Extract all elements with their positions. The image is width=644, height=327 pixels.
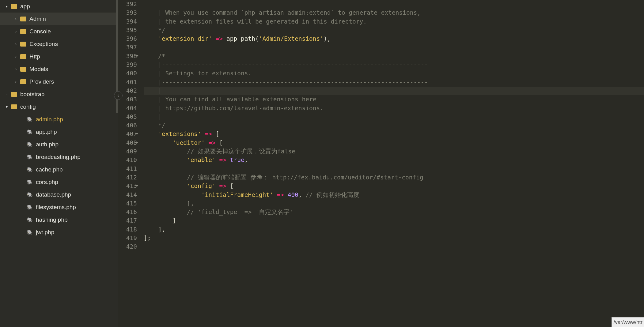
line-number[interactable]: 392 (118, 0, 137, 9)
code-line[interactable] (144, 43, 644, 52)
tree-item-label: Exceptions (29, 41, 58, 47)
tree-item-Providers[interactable]: ›Providers (0, 75, 118, 88)
tree-item-Console[interactable]: ›Console (0, 25, 118, 38)
code-line[interactable]: 'enable' => true, (144, 156, 644, 164)
line-number[interactable]: 396 (118, 35, 137, 43)
code-line[interactable] (144, 0, 644, 9)
code-line[interactable]: */ (144, 26, 644, 35)
line-number[interactable]: 400 (118, 69, 137, 78)
line-number[interactable]: 414 (118, 191, 137, 199)
line-number[interactable]: 418 (118, 225, 137, 234)
tree-item-cache-php[interactable]: ·cache.php (0, 163, 118, 176)
tree-item-config[interactable]: ▾config (0, 100, 118, 113)
line-number[interactable]: 420 (118, 242, 137, 251)
code-line[interactable]: |---------------------------------------… (144, 61, 644, 69)
code-line[interactable] (144, 242, 644, 251)
chevron-down-icon[interactable]: ▾ (5, 4, 9, 9)
line-number[interactable]: 410 (118, 156, 137, 164)
folder-icon (20, 54, 27, 59)
tree-item-bootstrap[interactable]: ›bootstrap (0, 88, 118, 100)
code-line[interactable]: | When you use command `php artisan admi… (144, 9, 644, 17)
token-str: 'extension_dir' (158, 35, 212, 42)
code-line[interactable]: // 如果要关掉这个扩展，设置为false (144, 147, 644, 156)
code-line[interactable]: // 编辑器的前端配置 参考： http://fex.baidu.com/ued… (144, 173, 644, 182)
code-line[interactable]: | (144, 87, 644, 95)
chevron-right-icon[interactable]: › (14, 42, 18, 46)
line-number[interactable]: 399 (118, 61, 137, 69)
tree-item-jwt-php[interactable]: ·jwt.php (0, 226, 118, 239)
line-number[interactable]: 419 (118, 234, 137, 242)
code-line[interactable]: | Settings for extensions. (144, 69, 644, 78)
chevron-down-icon[interactable]: ▾ (5, 105, 9, 109)
code-line[interactable]: ], (144, 199, 644, 208)
line-number[interactable]: 404 (118, 104, 137, 113)
tree-item-auth-php[interactable]: ·auth.php (0, 138, 118, 151)
tree-item-label: app.php (36, 129, 57, 135)
tree-item-Admin[interactable]: ›Admin (0, 13, 118, 25)
code-line[interactable]: /* (144, 52, 644, 61)
chevron-right-icon[interactable]: › (14, 17, 18, 21)
line-number[interactable]: 411 (118, 165, 137, 173)
code-line[interactable]: | https://github.com/laravel-admin-exten… (144, 104, 644, 113)
token-punct (223, 35, 226, 42)
line-number[interactable]: 412 (118, 173, 137, 182)
tree-item-app-php[interactable]: ·app.php (0, 126, 118, 138)
tree-item-Http[interactable]: ›Http (0, 50, 118, 63)
folder-icon (20, 17, 27, 21)
chevron-right-icon[interactable]: › (14, 80, 18, 84)
token-kw: => (208, 139, 215, 146)
tree-item-database-php[interactable]: ·database.php (0, 188, 118, 201)
code-content[interactable]: | When you use command `php artisan admi… (139, 0, 644, 327)
code-line[interactable]: | (144, 113, 644, 121)
code-line[interactable]: |---------------------------------------… (144, 78, 644, 87)
code-line[interactable]: | the extension files will be generated … (144, 17, 644, 26)
code-line[interactable]: 'config' => [ (144, 182, 644, 190)
line-number[interactable]: 417 (118, 216, 137, 225)
code-line[interactable]: | You can find all available extensions … (144, 95, 644, 104)
chevron-right-icon[interactable]: › (14, 29, 18, 34)
line-number[interactable]: 406 (118, 121, 137, 130)
tree-item-app[interactable]: ▾app (0, 0, 118, 13)
chevron-right-icon[interactable]: › (14, 55, 18, 59)
line-number[interactable]: 401 (118, 78, 137, 87)
tree-item-cors-php[interactable]: ·cors.php (0, 176, 118, 188)
token-cmt: | the extension files will be generated … (144, 18, 367, 25)
line-number[interactable]: 409 (118, 147, 137, 156)
line-number[interactable]: 398 (118, 52, 137, 61)
file-tree-sidebar[interactable]: ▾app›Admin›Console›Exceptions›Http›Model… (0, 0, 118, 327)
code-line[interactable]: 'initialFrameHeight' => 400, // 例如初始化高度 (144, 191, 644, 199)
line-number[interactable]: 395 (118, 26, 137, 35)
code-line[interactable]: ]; (144, 234, 644, 242)
code-line[interactable]: 'ueditor' => [ (144, 139, 644, 147)
sidebar-collapse-handle[interactable]: ‹ (114, 91, 123, 100)
line-number[interactable]: 416 (118, 208, 137, 216)
tree-item-broadcasting-php[interactable]: ·broadcasting.php (0, 151, 118, 163)
code-line[interactable]: ], (144, 225, 644, 234)
line-number[interactable]: 397 (118, 43, 137, 52)
line-number[interactable]: 393 (118, 9, 137, 17)
code-editor[interactable]: ‹ 39239339439539639739839940040140240340… (118, 0, 644, 327)
code-line[interactable]: // 'field_type' => '自定义名字' (144, 208, 644, 216)
line-number[interactable]: 415 (118, 199, 137, 208)
line-number[interactable]: 394 (118, 17, 137, 26)
tree-item-Models[interactable]: ›Models (0, 63, 118, 75)
code-line[interactable] (144, 165, 644, 173)
tree-item-filesystems-php[interactable]: ·filesystems.php (0, 201, 118, 213)
chevron-right-icon[interactable]: › (5, 92, 9, 96)
token-cmt: | When you use command `php artisan admi… (144, 9, 421, 16)
tree-item-hashing-php[interactable]: ·hashing.php (0, 213, 118, 226)
php-file-icon (26, 167, 33, 172)
line-number[interactable]: 405 (118, 113, 137, 121)
code-line[interactable]: */ (144, 121, 644, 130)
tree-item-admin-php[interactable]: ·admin.php (0, 113, 118, 126)
line-number-gutter[interactable]: 3923933943953963973983994004014024034044… (118, 0, 139, 327)
token-punct: [ (216, 139, 223, 146)
line-number[interactable]: 408 (118, 139, 137, 147)
chevron-right-icon[interactable]: › (14, 67, 18, 71)
tree-item-Exceptions[interactable]: ›Exceptions (0, 38, 118, 50)
line-number[interactable]: 413 (118, 182, 137, 190)
line-number[interactable]: 407 (118, 130, 137, 138)
code-line[interactable]: 'extensions' => [ (144, 130, 644, 138)
code-line[interactable]: ] (144, 216, 644, 225)
code-line[interactable]: 'extension_dir' => app_path('Admin/Exten… (144, 35, 644, 43)
